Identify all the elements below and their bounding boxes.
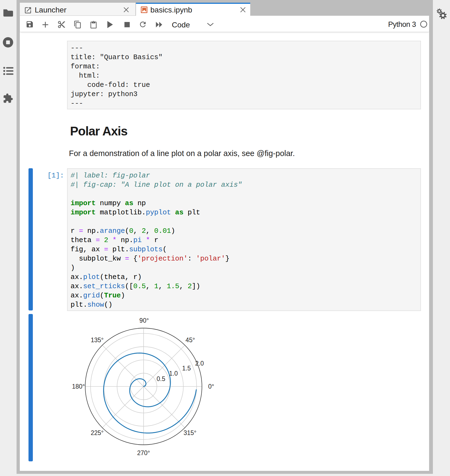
svg-text:270°: 270°	[137, 449, 150, 456]
svg-text:315°: 315°	[183, 429, 197, 436]
svg-text:0°: 0°	[208, 383, 214, 390]
svg-text:180°: 180°	[72, 383, 85, 390]
svg-text:45°: 45°	[186, 337, 195, 344]
svg-text:0.5: 0.5	[157, 375, 165, 382]
svg-text:2.0: 2.0	[195, 360, 204, 367]
svg-text:135°: 135°	[91, 337, 104, 344]
svg-text:225°: 225°	[91, 429, 104, 436]
svg-text:1.0: 1.0	[169, 370, 178, 377]
svg-text:1.5: 1.5	[182, 365, 191, 372]
svg-text:90°: 90°	[140, 317, 149, 324]
